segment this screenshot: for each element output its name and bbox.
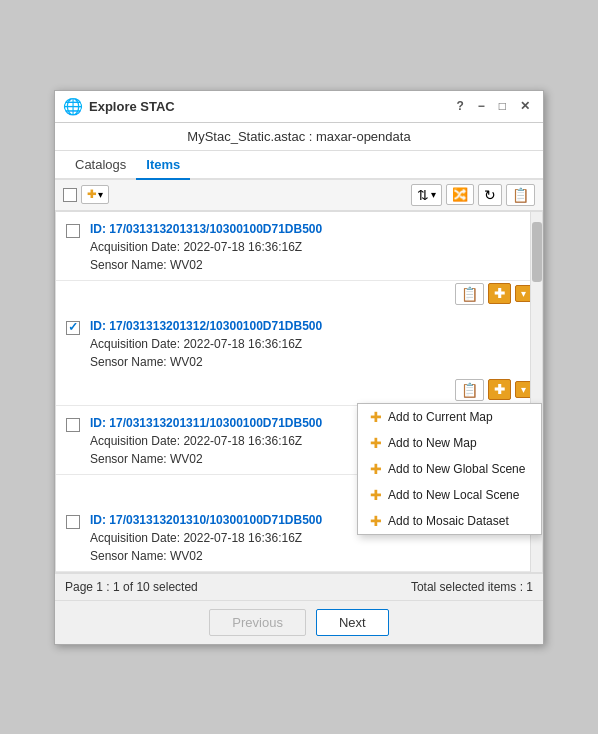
- export-button[interactable]: 📋: [506, 184, 535, 206]
- add-dropdown-arrow-2: ▾: [521, 384, 526, 395]
- menu-icon-current-map: ✚: [370, 409, 382, 425]
- export-icon: 📋: [512, 187, 529, 203]
- menu-item-current-map[interactable]: ✚ Add to Current Map: [358, 404, 541, 430]
- menu-icon-local-scene: ✚: [370, 487, 382, 503]
- item-acquisition-2: Acquisition Date: 2022-07-18 16:36:16Z: [90, 335, 532, 353]
- main-window: 🌐 Explore STAC ? − □ ✕ MyStac_Static.ast…: [54, 90, 544, 645]
- add-dropdown-arrow: ▾: [98, 189, 103, 200]
- filter-button[interactable]: 🔀: [446, 184, 474, 205]
- item-sensor-2: Sensor Name: WV02: [90, 353, 532, 371]
- title-bar-left: 🌐 Explore STAC: [63, 97, 175, 116]
- item-id-1: ID: 17/031313201313/10300100D71DB500: [90, 222, 532, 236]
- list-item: ID: 17/031313201313/10300100D71DB500 Acq…: [56, 212, 542, 309]
- item-details-btn-1[interactable]: 📋: [455, 283, 484, 305]
- refresh-button[interactable]: ↻: [478, 184, 502, 206]
- scrollbar-thumb[interactable]: [532, 222, 542, 282]
- item-add-btn-1[interactable]: ✚: [488, 283, 511, 304]
- menu-item-new-map[interactable]: ✚ Add to New Map: [358, 430, 541, 456]
- menu-item-local-scene[interactable]: ✚ Add to New Local Scene: [358, 482, 541, 508]
- sort-icon: ⇅: [417, 187, 429, 203]
- item-checkbox-1[interactable]: [66, 224, 80, 238]
- menu-label-local-scene: Add to New Local Scene: [388, 488, 519, 502]
- details-icon-2: 📋: [461, 382, 478, 398]
- refresh-icon: ↻: [484, 187, 496, 203]
- item-checkbox-4[interactable]: [66, 515, 80, 529]
- menu-label-global-scene: Add to New Global Scene: [388, 462, 525, 476]
- add-button[interactable]: ✚ ▾: [81, 185, 109, 204]
- add-icon-2: ✚: [494, 382, 505, 397]
- item-sensor-1: Sensor Name: WV02: [90, 256, 532, 274]
- page-info: Page 1 : 1 of 10 selected: [65, 580, 198, 594]
- title-bar: 🌐 Explore STAC ? − □ ✕: [55, 91, 543, 123]
- menu-icon-new-map: ✚: [370, 435, 382, 451]
- tab-catalogs[interactable]: Catalogs: [65, 151, 136, 180]
- item-actions-1: 📋 ✚ ▾: [56, 281, 542, 309]
- item-sensor-4: Sensor Name: WV02: [90, 547, 532, 565]
- filter-icon: 🔀: [452, 187, 468, 202]
- footer-buttons: Previous Next: [55, 600, 543, 644]
- list-item-2-wrapper: ID: 17/031313201312/10300100D71DB500 Acq…: [56, 309, 542, 406]
- item-add-btn-2[interactable]: ✚: [488, 379, 511, 400]
- item-acquisition-1: Acquisition Date: 2022-07-18 16:36:16Z: [90, 238, 532, 256]
- previous-button[interactable]: Previous: [209, 609, 306, 636]
- toolbar: ✚ ▾ ⇅ ▾ 🔀 ↻ 📋: [55, 180, 543, 211]
- menu-item-mosaic-dataset[interactable]: ✚ Add to Mosaic Dataset: [358, 508, 541, 534]
- window-title: Explore STAC: [89, 99, 175, 114]
- sort-arrow-icon: ▾: [431, 189, 436, 200]
- title-bar-controls: ? − □ ✕: [451, 97, 535, 115]
- item-id-2: ID: 17/031313201312/10300100D71DB500: [90, 319, 532, 333]
- close-button[interactable]: ✕: [515, 97, 535, 115]
- add-dropdown-arrow-1: ▾: [521, 288, 526, 299]
- maximize-button[interactable]: □: [494, 97, 511, 115]
- add-icon-1: ✚: [494, 286, 505, 301]
- sort-button[interactable]: ⇅ ▾: [411, 184, 442, 206]
- minimize-button[interactable]: −: [473, 97, 490, 115]
- total-selected: Total selected items : 1: [411, 580, 533, 594]
- add-icon: ✚: [87, 188, 96, 201]
- next-button[interactable]: Next: [316, 609, 389, 636]
- list-item-row-2: ID: 17/031313201312/10300100D71DB500 Acq…: [56, 309, 542, 377]
- item-content-2: ID: 17/031313201312/10300100D71DB500 Acq…: [90, 319, 532, 371]
- app-icon: 🌐: [63, 97, 83, 116]
- menu-label-mosaic-dataset: Add to Mosaic Dataset: [388, 514, 509, 528]
- status-bar: Page 1 : 1 of 10 selected Total selected…: [55, 573, 543, 600]
- item-actions-2: 📋 ✚ ▾ ✚ Add to Current Map ✚ Add to: [56, 377, 542, 405]
- item-checkbox-2[interactable]: [66, 321, 80, 335]
- menu-label-current-map: Add to Current Map: [388, 410, 493, 424]
- list-item-row-1: ID: 17/031313201313/10300100D71DB500 Acq…: [56, 212, 542, 281]
- select-all-checkbox[interactable]: [63, 188, 77, 202]
- add-dropdown-menu: ✚ Add to Current Map ✚ Add to New Map ✚ …: [357, 403, 542, 535]
- menu-icon-global-scene: ✚: [370, 461, 382, 477]
- details-icon-1: 📋: [461, 286, 478, 302]
- menu-label-new-map: Add to New Map: [388, 436, 477, 450]
- item-checkbox-3[interactable]: [66, 418, 80, 432]
- item-details-btn-2[interactable]: 📋: [455, 379, 484, 401]
- menu-item-global-scene[interactable]: ✚ Add to New Global Scene: [358, 456, 541, 482]
- tab-items[interactable]: Items: [136, 151, 190, 180]
- tab-bar: Catalogs Items: [55, 151, 543, 180]
- item-content-1: ID: 17/031313201313/10300100D71DB500 Acq…: [90, 222, 532, 274]
- items-list: ID: 17/031313201313/10300100D71DB500 Acq…: [55, 211, 543, 573]
- help-button[interactable]: ?: [451, 97, 468, 115]
- menu-icon-mosaic-dataset: ✚: [370, 513, 382, 529]
- subtitle: MyStac_Static.astac : maxar-opendata: [55, 123, 543, 151]
